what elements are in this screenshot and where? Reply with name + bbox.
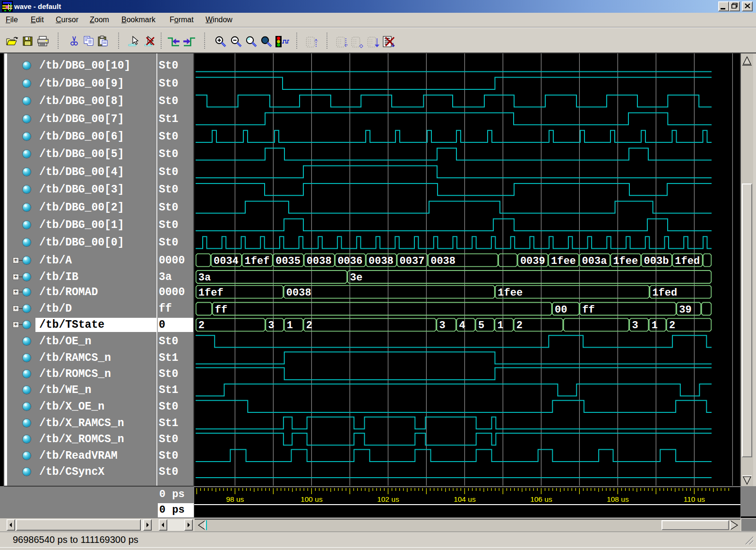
svg-text:102 us: 102 us bbox=[377, 495, 399, 503]
svg-text:110 us: 110 us bbox=[684, 495, 705, 503]
svg-text:108 us: 108 us bbox=[607, 495, 629, 503]
svg-text:106 us: 106 us bbox=[530, 495, 552, 503]
svg-text:104 us: 104 us bbox=[454, 495, 476, 503]
svg-text:98 us: 98 us bbox=[226, 495, 244, 503]
svg-text:100 us: 100 us bbox=[301, 495, 323, 503]
